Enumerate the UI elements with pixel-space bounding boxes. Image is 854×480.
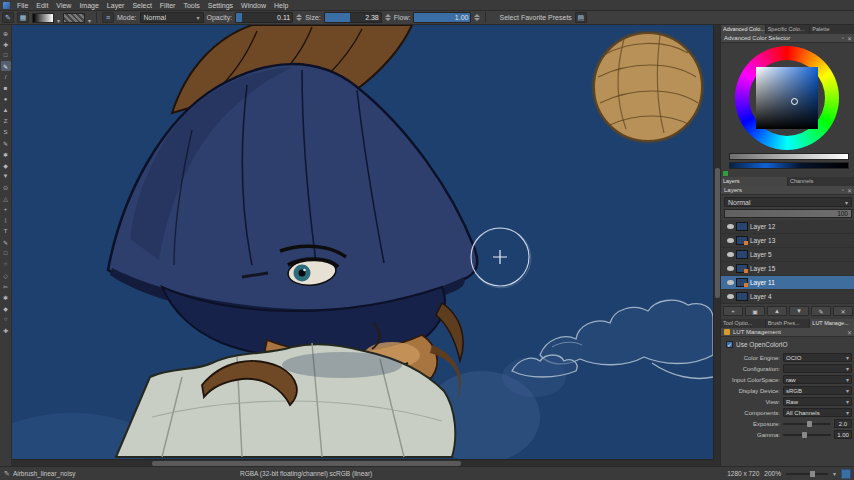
bezier-curve-tool-icon[interactable]: S: [1, 127, 11, 137]
contiguous-select-tool-icon[interactable]: ◆: [1, 303, 11, 313]
calligraphy-tool-icon[interactable]: ✎: [1, 237, 11, 247]
layer-properties-button[interactable]: ✎: [811, 306, 831, 316]
flow-slider[interactable]: 1.00: [413, 12, 471, 23]
pattern-chooser[interactable]: [63, 13, 85, 23]
layer-row[interactable]: Layer 4: [721, 290, 854, 304]
tab-brush-pres[interactable]: Brush Pres...: [766, 319, 811, 328]
blending-mode-dropdown[interactable]: Normal: [140, 12, 204, 23]
menu-edit[interactable]: Edit: [32, 0, 52, 11]
workspace-chooser-icon[interactable]: ▤: [575, 12, 587, 23]
gradient-chooser[interactable]: [32, 13, 54, 23]
gradient-tool-icon[interactable]: ▼: [1, 171, 11, 181]
menu-tools[interactable]: Tools: [179, 0, 203, 11]
saturation-value-square[interactable]: [756, 67, 818, 129]
zoom-percentage[interactable]: 200%: [764, 470, 781, 477]
duplicate-layer-button[interactable]: ▣: [745, 306, 765, 316]
close-icon[interactable]: ✕: [847, 35, 852, 42]
last-color-swatch[interactable]: [723, 171, 728, 176]
visibility-icon[interactable]: [727, 266, 734, 271]
menu-help[interactable]: Help: [270, 0, 292, 11]
pan-tool-icon[interactable]: ✚: [1, 325, 11, 335]
flow-spinner[interactable]: [474, 14, 480, 21]
tab-lut-manage[interactable]: LUT Manage...: [810, 319, 854, 328]
use-ocio-checkbox[interactable]: [726, 341, 733, 348]
current-brush-name[interactable]: Airbrush_linear_noisy: [13, 470, 76, 477]
assistants-tool-icon[interactable]: +: [1, 204, 11, 214]
lut-dropdown-components[interactable]: All Channels: [783, 408, 852, 417]
tab-channels[interactable]: Channels: [788, 177, 854, 186]
lut-slider[interactable]: [783, 423, 831, 425]
rectangle-tool-icon[interactable]: ■: [1, 83, 11, 93]
layer-blend-mode-dropdown[interactable]: Normal: [724, 197, 852, 207]
chevron-down-icon[interactable]: [833, 470, 836, 477]
lut-slider-handle[interactable]: [802, 432, 807, 438]
lut-slider-value[interactable]: 1.00: [834, 430, 852, 439]
lut-slider-handle[interactable]: [807, 421, 812, 427]
visibility-icon[interactable]: [727, 238, 734, 243]
visibility-icon[interactable]: [727, 294, 734, 299]
menu-window[interactable]: Window: [237, 0, 270, 11]
polyline-tool-icon[interactable]: Z: [1, 116, 11, 126]
lut-slider[interactable]: [783, 434, 831, 436]
dynamic-brush-tool-icon[interactable]: ✎: [1, 138, 11, 148]
menu-layer[interactable]: Layer: [103, 0, 129, 11]
lut-dropdown-view[interactable]: Raw: [783, 397, 852, 406]
favorite-presets-button[interactable]: Select Favorite Presets: [499, 14, 571, 21]
line-tool-icon[interactable]: /: [1, 72, 11, 82]
pattern-edit-tool-icon[interactable]: △: [1, 193, 11, 203]
multibrush-tool-icon[interactable]: ✱: [1, 149, 11, 159]
size-slider[interactable]: 2.38: [324, 12, 382, 23]
canvas-painting[interactable]: [12, 25, 713, 459]
layer-row[interactable]: Layer 5: [721, 248, 854, 262]
size-spinner[interactable]: [385, 14, 391, 21]
zoom-tool-icon[interactable]: ○: [1, 314, 11, 324]
layer-row[interactable]: Layer 12: [721, 220, 854, 234]
float-docker-icon[interactable]: ▫: [842, 35, 844, 41]
close-icon[interactable]: ✕: [847, 329, 852, 336]
measure-tool-icon[interactable]: |: [1, 215, 11, 225]
chevron-down-icon[interactable]: [88, 9, 91, 27]
delete-layer-button[interactable]: ✕: [833, 306, 853, 316]
tab-advanced-colo[interactable]: Advanced Colo...: [721, 25, 766, 34]
layer-opacity-slider[interactable]: 100: [724, 209, 852, 218]
freehand-brush-tool-icon[interactable]: ✎: [1, 61, 11, 71]
lut-dropdown-input-colorspace[interactable]: raw: [783, 375, 852, 384]
add-layer-button[interactable]: +: [723, 306, 743, 316]
color-history-bar[interactable]: [729, 162, 849, 169]
tab-specific-colo[interactable]: Specific Colo...: [766, 25, 811, 34]
move-tool-icon[interactable]: ✚: [1, 39, 11, 49]
visibility-icon[interactable]: [727, 280, 734, 285]
value-shade-bar[interactable]: [729, 153, 849, 160]
opacity-spinner[interactable]: [296, 14, 302, 21]
transform-tool-icon[interactable]: ⊕: [1, 28, 11, 38]
menu-settings[interactable]: Settings: [204, 0, 237, 11]
edit-brush-settings-icon[interactable]: ≡: [102, 12, 114, 23]
layer-row[interactable]: Layer 11: [721, 276, 854, 290]
preset-chooser-icon[interactable]: ▦: [17, 12, 29, 23]
close-icon[interactable]: ✕: [847, 187, 852, 194]
advanced-color-selector[interactable]: [735, 46, 839, 150]
menu-view[interactable]: View: [52, 0, 75, 11]
move-layer-up-button[interactable]: ▲: [767, 306, 787, 316]
fill-tool-icon[interactable]: ◆: [1, 160, 11, 170]
menu-filter[interactable]: Filter: [156, 0, 180, 11]
visibility-icon[interactable]: [727, 224, 734, 229]
lut-dropdown-color-engine[interactable]: OCIO: [783, 353, 852, 362]
layer-row[interactable]: Layer 15: [721, 262, 854, 276]
zoom-slider-handle[interactable]: [810, 471, 815, 477]
elliptical-select-tool-icon[interactable]: ○: [1, 259, 11, 269]
menu-select[interactable]: Select: [128, 0, 155, 11]
visibility-icon[interactable]: [727, 252, 734, 257]
menu-file[interactable]: File: [13, 0, 32, 11]
rectangular-select-tool-icon[interactable]: □: [1, 248, 11, 258]
canvas-only-mode-button[interactable]: [841, 469, 851, 479]
outline-select-tool-icon[interactable]: ✂: [1, 281, 11, 291]
tab-layers[interactable]: Layers: [721, 177, 788, 186]
polygonal-select-tool-icon[interactable]: ◇: [1, 270, 11, 280]
ellipse-tool-icon[interactable]: ●: [1, 94, 11, 104]
horizontal-scrollbar[interactable]: [12, 459, 713, 466]
color-sampler-tool-icon[interactable]: ⊙: [1, 182, 11, 192]
crop-tool-icon[interactable]: □: [1, 50, 11, 60]
text-tool-icon[interactable]: T: [1, 226, 11, 236]
similar-select-tool-icon[interactable]: ✱: [1, 292, 11, 302]
